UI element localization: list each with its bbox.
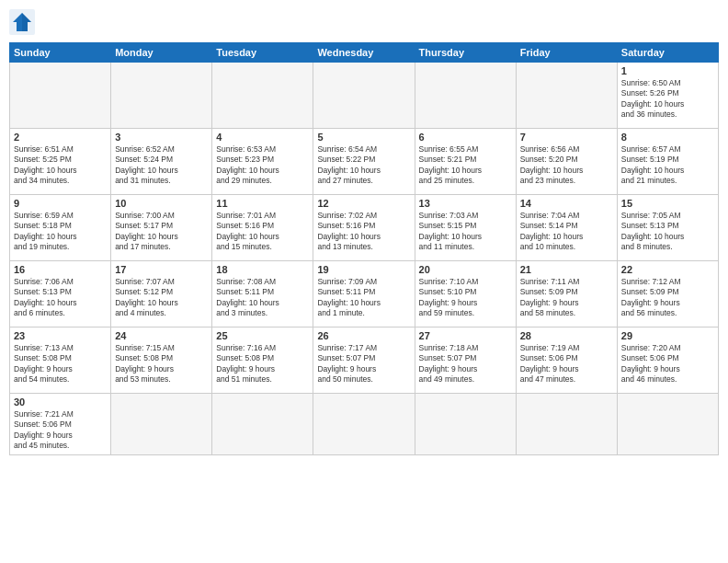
calendar-day-cell: 25Sunrise: 7:16 AM Sunset: 5:08 PM Dayli… [212, 327, 313, 394]
calendar-day-cell [212, 63, 313, 129]
day-info: Sunrise: 7:13 AM Sunset: 5:08 PM Dayligh… [14, 343, 107, 385]
calendar-day-cell [10, 63, 111, 129]
day-info: Sunrise: 7:20 AM Sunset: 5:06 PM Dayligh… [621, 343, 714, 385]
day-number: 7 [520, 132, 613, 143]
calendar-day-cell: 9Sunrise: 6:59 AM Sunset: 5:18 PM Daylig… [10, 195, 111, 261]
day-number: 15 [621, 198, 714, 209]
day-info: Sunrise: 7:18 AM Sunset: 5:07 PM Dayligh… [419, 343, 512, 385]
day-info: Sunrise: 7:03 AM Sunset: 5:15 PM Dayligh… [419, 211, 512, 253]
day-info: Sunrise: 7:01 AM Sunset: 5:16 PM Dayligh… [216, 211, 309, 253]
day-number: 3 [115, 132, 208, 143]
day-number: 30 [14, 396, 107, 408]
day-number: 2 [14, 132, 107, 143]
calendar-day-cell: 8Sunrise: 6:57 AM Sunset: 5:19 PM Daylig… [617, 129, 718, 195]
day-info: Sunrise: 7:11 AM Sunset: 5:09 PM Dayligh… [520, 277, 613, 319]
page: SundayMondayTuesdayWednesdayThursdayFrid… [0, 0, 728, 563]
calendar-day-cell: 27Sunrise: 7:18 AM Sunset: 5:07 PM Dayli… [415, 327, 516, 394]
calendar-day-cell: 23Sunrise: 7:13 AM Sunset: 5:08 PM Dayli… [10, 327, 111, 394]
day-number: 23 [14, 330, 107, 341]
weekday-header-tuesday: Tuesday [212, 43, 313, 63]
day-number: 25 [216, 330, 309, 341]
calendar-day-cell: 10Sunrise: 7:00 AM Sunset: 5:17 PM Dayli… [111, 195, 212, 261]
calendar-day-cell [516, 394, 617, 455]
day-number: 21 [520, 264, 613, 275]
calendar-day-cell [516, 63, 617, 129]
calendar-day-cell: 4Sunrise: 6:53 AM Sunset: 5:23 PM Daylig… [212, 129, 313, 195]
weekday-header-row: SundayMondayTuesdayWednesdayThursdayFrid… [10, 43, 719, 63]
weekday-header-saturday: Saturday [617, 43, 718, 63]
calendar-week-row: 9Sunrise: 6:59 AM Sunset: 5:18 PM Daylig… [10, 195, 719, 261]
calendar-day-cell: 5Sunrise: 6:54 AM Sunset: 5:22 PM Daylig… [313, 129, 415, 195]
calendar-table: SundayMondayTuesdayWednesdayThursdayFrid… [9, 42, 719, 455]
calendar-day-cell: 26Sunrise: 7:17 AM Sunset: 5:07 PM Dayli… [313, 327, 415, 394]
day-info: Sunrise: 6:57 AM Sunset: 5:19 PM Dayligh… [621, 144, 714, 187]
day-info: Sunrise: 6:55 AM Sunset: 5:21 PM Dayligh… [419, 144, 512, 187]
day-number: 8 [621, 132, 714, 143]
calendar-week-row: 1Sunrise: 6:50 AM Sunset: 5:26 PM Daylig… [10, 63, 719, 129]
calendar-day-cell [111, 394, 212, 455]
logo-icon [9, 9, 37, 35]
day-info: Sunrise: 7:19 AM Sunset: 5:06 PM Dayligh… [520, 343, 613, 385]
calendar-day-cell: 29Sunrise: 7:20 AM Sunset: 5:06 PM Dayli… [617, 327, 718, 394]
calendar-day-cell [415, 394, 516, 455]
day-number: 14 [520, 198, 613, 209]
calendar-day-cell [415, 63, 516, 129]
day-number: 10 [115, 198, 208, 209]
calendar-day-cell [617, 394, 718, 455]
calendar-day-cell: 3Sunrise: 6:52 AM Sunset: 5:24 PM Daylig… [111, 129, 212, 195]
day-number: 5 [317, 132, 410, 143]
day-number: 24 [115, 330, 208, 341]
weekday-header-monday: Monday [111, 43, 212, 63]
day-number: 17 [115, 264, 208, 275]
calendar-day-cell: 6Sunrise: 6:55 AM Sunset: 5:21 PM Daylig… [415, 129, 516, 195]
day-number: 11 [216, 198, 309, 209]
calendar-day-cell: 24Sunrise: 7:15 AM Sunset: 5:08 PM Dayli… [111, 327, 212, 394]
day-info: Sunrise: 7:17 AM Sunset: 5:07 PM Dayligh… [317, 343, 410, 385]
calendar-day-cell: 7Sunrise: 6:56 AM Sunset: 5:20 PM Daylig… [516, 129, 617, 195]
weekday-header-friday: Friday [516, 43, 617, 63]
header [9, 9, 719, 35]
day-info: Sunrise: 6:56 AM Sunset: 5:20 PM Dayligh… [520, 144, 613, 187]
day-number: 20 [419, 264, 512, 275]
calendar-day-cell: 20Sunrise: 7:10 AM Sunset: 5:10 PM Dayli… [415, 261, 516, 327]
calendar-week-row: 16Sunrise: 7:06 AM Sunset: 5:13 PM Dayli… [10, 261, 719, 327]
calendar-day-cell: 28Sunrise: 7:19 AM Sunset: 5:06 PM Dayli… [516, 327, 617, 394]
weekday-header-sunday: Sunday [10, 43, 111, 63]
day-number: 9 [14, 198, 107, 209]
day-info: Sunrise: 7:00 AM Sunset: 5:17 PM Dayligh… [115, 211, 208, 253]
day-info: Sunrise: 6:59 AM Sunset: 5:18 PM Dayligh… [14, 211, 107, 253]
day-info: Sunrise: 6:50 AM Sunset: 5:26 PM Dayligh… [621, 78, 714, 121]
calendar-day-cell: 13Sunrise: 7:03 AM Sunset: 5:15 PM Dayli… [415, 195, 516, 261]
day-number: 29 [621, 330, 714, 341]
day-info: Sunrise: 7:21 AM Sunset: 5:06 PM Dayligh… [14, 409, 107, 452]
calendar-day-cell [212, 394, 313, 455]
calendar-day-cell: 12Sunrise: 7:02 AM Sunset: 5:16 PM Dayli… [313, 195, 415, 261]
day-number: 6 [419, 132, 512, 143]
calendar-week-row: 30Sunrise: 7:21 AM Sunset: 5:06 PM Dayli… [10, 394, 719, 455]
day-info: Sunrise: 7:09 AM Sunset: 5:11 PM Dayligh… [317, 277, 410, 319]
day-info: Sunrise: 6:54 AM Sunset: 5:22 PM Dayligh… [317, 144, 410, 187]
day-info: Sunrise: 7:12 AM Sunset: 5:09 PM Dayligh… [621, 277, 714, 319]
calendar-day-cell: 19Sunrise: 7:09 AM Sunset: 5:11 PM Dayli… [313, 261, 415, 327]
day-info: Sunrise: 6:53 AM Sunset: 5:23 PM Dayligh… [216, 144, 309, 187]
day-info: Sunrise: 7:05 AM Sunset: 5:13 PM Dayligh… [621, 211, 714, 253]
calendar-day-cell: 22Sunrise: 7:12 AM Sunset: 5:09 PM Dayli… [617, 261, 718, 327]
logo [9, 9, 40, 35]
calendar-day-cell: 1Sunrise: 6:50 AM Sunset: 5:26 PM Daylig… [617, 63, 718, 129]
calendar-day-cell: 17Sunrise: 7:07 AM Sunset: 5:12 PM Dayli… [111, 261, 212, 327]
day-number: 22 [621, 264, 714, 275]
calendar-week-row: 2Sunrise: 6:51 AM Sunset: 5:25 PM Daylig… [10, 129, 719, 195]
calendar-day-cell: 21Sunrise: 7:11 AM Sunset: 5:09 PM Dayli… [516, 261, 617, 327]
day-info: Sunrise: 7:15 AM Sunset: 5:08 PM Dayligh… [115, 343, 208, 385]
weekday-header-wednesday: Wednesday [313, 43, 415, 63]
day-info: Sunrise: 7:10 AM Sunset: 5:10 PM Dayligh… [419, 277, 512, 319]
calendar-day-cell [313, 394, 415, 455]
day-number: 19 [317, 264, 410, 275]
day-number: 12 [317, 198, 410, 209]
day-info: Sunrise: 6:51 AM Sunset: 5:25 PM Dayligh… [14, 144, 107, 187]
day-number: 4 [216, 132, 309, 143]
calendar-day-cell: 30Sunrise: 7:21 AM Sunset: 5:06 PM Dayli… [10, 394, 111, 455]
calendar-week-row: 23Sunrise: 7:13 AM Sunset: 5:08 PM Dayli… [10, 327, 719, 394]
calendar-day-cell [111, 63, 212, 129]
day-number: 1 [621, 65, 714, 76]
